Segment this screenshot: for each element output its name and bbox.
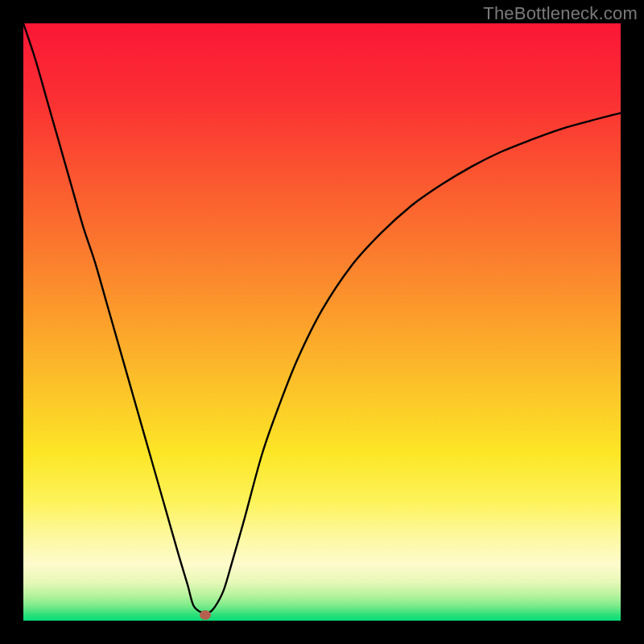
plot-area [23,23,621,621]
outer-frame: TheBottleneck.com [0,0,644,644]
watermark-text: TheBottleneck.com [483,3,638,24]
bottleneck-curve [23,23,621,613]
curve-layer [23,23,621,621]
optimum-marker [200,610,211,620]
